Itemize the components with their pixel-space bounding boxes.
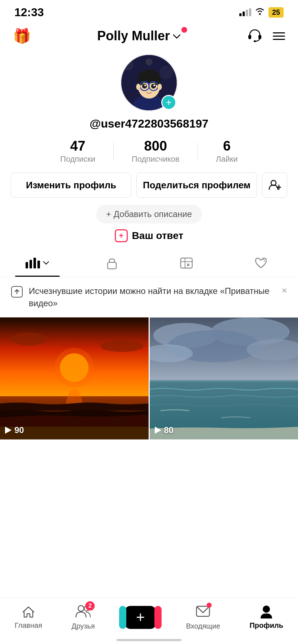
- video-play-info-1: 90: [5, 425, 24, 435]
- battery-indicator: 25: [268, 7, 284, 18]
- svg-rect-53: [150, 380, 298, 382]
- svg-point-42: [11, 333, 47, 346]
- lock-icon: [106, 257, 118, 270]
- add-friend-button[interactable]: [262, 172, 287, 198]
- svg-point-58: [263, 606, 270, 613]
- headset-icon[interactable]: [247, 28, 263, 43]
- nav-friends-label: Друзья: [72, 622, 95, 630]
- tab-liked[interactable]: [224, 249, 298, 277]
- plus-icon: +: [136, 609, 145, 626]
- status-time: 12:33: [14, 6, 44, 19]
- profile-icon: [260, 605, 273, 619]
- play-icon: [155, 427, 161, 434]
- svg-point-43: [100, 341, 144, 352]
- svg-point-25: [148, 89, 150, 90]
- nav-home[interactable]: Главная: [15, 605, 42, 630]
- stat-likes[interactable]: 6 Лайки: [198, 138, 256, 164]
- plus-icon: +: [119, 231, 123, 240]
- add-description-button[interactable]: + Добавить описание: [96, 205, 202, 224]
- video-play-info-2: 80: [155, 425, 174, 435]
- video-view-count-2: 80: [164, 425, 174, 435]
- svg-point-7: [145, 59, 152, 65]
- menu-icon[interactable]: [273, 32, 285, 40]
- home-icon: [21, 605, 36, 619]
- header: 🎁 Polly Muller: [0, 22, 298, 50]
- tabs-row: [0, 249, 298, 277]
- followers-count: 800: [144, 138, 167, 154]
- svg-point-41: [54, 348, 94, 387]
- notice-text: Исчезнувшие истории можно найти на вклад…: [29, 285, 276, 309]
- upload-icon: [11, 286, 23, 300]
- plus-icon: +: [166, 97, 172, 107]
- header-right-icons: [247, 28, 285, 43]
- nav-home-label: Главная: [15, 621, 42, 630]
- header-title: Polly Muller: [97, 28, 170, 43]
- following-count: 47: [70, 138, 85, 154]
- avatar-add-button[interactable]: +: [161, 95, 176, 110]
- grid-icon: [26, 258, 40, 268]
- status-icons: 25: [239, 7, 284, 18]
- chevron-down-icon: [43, 261, 49, 266]
- heart-icon: [254, 257, 267, 269]
- header-title-wrap[interactable]: Polly Muller: [97, 28, 181, 43]
- svg-point-3: [254, 40, 256, 42]
- home-indicator: [117, 639, 181, 641]
- nav-profile-label: Профиль: [249, 621, 283, 630]
- nav-inbox[interactable]: Входящие: [186, 604, 220, 630]
- likes-count: 6: [223, 138, 231, 154]
- create-button[interactable]: +: [124, 606, 157, 629]
- svg-point-26: [136, 84, 140, 90]
- tab-videos[interactable]: [0, 249, 74, 277]
- svg-rect-31: [108, 262, 116, 269]
- inbox-notification-dot: [207, 603, 212, 608]
- video-view-count-1: 90: [14, 425, 24, 435]
- your-answer-section[interactable]: + Ваш ответ: [115, 229, 184, 242]
- status-bar: 12:33 25: [0, 0, 298, 22]
- nav-create[interactable]: +: [124, 606, 157, 629]
- stat-followers[interactable]: 800 Подписчиков: [114, 138, 198, 164]
- nav-friends[interactable]: 2 Друзья: [72, 604, 95, 630]
- nav-profile[interactable]: Профиль: [249, 605, 283, 630]
- video-item-1[interactable]: 90: [0, 317, 149, 440]
- avatar-wrap: +: [120, 54, 178, 111]
- stats-row: 47 Подписки 800 Подписчиков 6 Лайки: [11, 138, 287, 164]
- edit-profile-button[interactable]: Изменить профиль: [11, 172, 131, 198]
- tab-reposts[interactable]: [149, 249, 224, 277]
- tab-private[interactable]: [74, 249, 149, 277]
- likes-label: Лайки: [216, 155, 238, 164]
- share-profile-button[interactable]: Поделиться профилем: [136, 172, 257, 198]
- svg-point-24: [153, 84, 155, 86]
- notice-banner: Исчезнувшие истории можно найти на вклад…: [0, 277, 298, 317]
- svg-point-22: [151, 84, 156, 88]
- svg-point-6: [159, 65, 173, 79]
- username[interactable]: @user4722803568197: [90, 117, 208, 130]
- your-answer-text: Ваш ответ: [132, 230, 184, 242]
- play-icon: [5, 427, 12, 434]
- followers-label: Подписчиков: [132, 155, 180, 164]
- svg-rect-32: [181, 258, 192, 268]
- video-grid: 90: [0, 317, 298, 440]
- svg-point-0: [259, 13, 261, 15]
- wifi-icon: [255, 7, 265, 17]
- close-icon[interactable]: ×: [282, 285, 287, 296]
- profile-section: + @user4722803568197 47 Подписки 800 Под…: [0, 50, 298, 249]
- bottom-nav: Главная 2 Друзья + Входящие: [0, 597, 298, 644]
- repost-icon: [180, 257, 193, 270]
- action-buttons: Изменить профиль Поделиться профилем: [11, 172, 287, 198]
- svg-rect-1: [248, 35, 251, 39]
- following-label: Подписки: [60, 155, 95, 164]
- chevron-down-icon: [173, 30, 181, 42]
- svg-point-27: [158, 84, 162, 90]
- nav-inbox-label: Входящие: [186, 622, 220, 630]
- stat-following[interactable]: 47 Подписки: [42, 138, 113, 164]
- svg-point-21: [142, 84, 147, 88]
- signal-icon: [239, 8, 251, 16]
- friends-badge: 2: [85, 601, 95, 611]
- gift-icon[interactable]: 🎁: [13, 28, 31, 45]
- your-answer-icon: +: [115, 229, 128, 242]
- notification-dot: [181, 27, 187, 33]
- svg-point-55: [78, 606, 84, 611]
- svg-point-5: [123, 60, 134, 70]
- svg-point-23: [144, 84, 146, 86]
- video-item-2[interactable]: 80: [150, 317, 298, 440]
